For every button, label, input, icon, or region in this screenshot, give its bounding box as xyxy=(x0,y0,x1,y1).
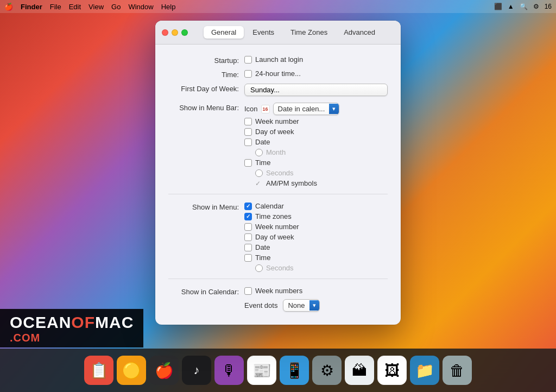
first-day-popup[interactable]: Sunday... xyxy=(244,84,388,96)
dock-icon-photos[interactable]: 🏔 xyxy=(345,356,374,385)
event-dots-arrow[interactable]: ▾ xyxy=(309,300,319,311)
event-dots-value: None xyxy=(283,300,309,311)
calendar-menu-item[interactable]: Calendar xyxy=(244,202,388,210)
calendar-menu-label: Calendar xyxy=(255,202,284,210)
dock: 📋 🟡 🍎 ♪ 🎙 📰 📱 ⚙ 🏔 🖼 📁 🗑 xyxy=(0,349,556,392)
event-dots-row: Event dots None ▾ xyxy=(244,299,388,312)
seconds-menu-radio[interactable] xyxy=(255,264,263,272)
dock-icon-appletv[interactable]: 🍎 xyxy=(149,356,179,385)
event-dots-label: Event dots xyxy=(244,301,277,309)
menubar-file[interactable]: File xyxy=(50,3,61,11)
show-calendar-row: Show in Calendar: Week numbers Event dot… xyxy=(155,283,401,314)
seconds-label: Seconds xyxy=(266,169,294,177)
apple-menu[interactable]: 🍎 xyxy=(4,3,13,11)
date-in-calen-text: Date in calen... xyxy=(274,103,330,115)
watermark-com: .COM xyxy=(10,332,134,344)
calendar-menu-checkbox[interactable] xyxy=(244,203,252,210)
day-of-week-menu-label: Day of week xyxy=(255,233,294,241)
show-menu-content: Calendar Time zones Week number Day of w… xyxy=(244,202,388,272)
menubar-wifi: ▲ xyxy=(508,3,514,10)
month-label: Month xyxy=(266,148,286,156)
event-dots-dropdown[interactable]: None ▾ xyxy=(283,299,319,312)
date-item[interactable]: Date xyxy=(244,138,388,146)
dock-icon-preview[interactable]: 🖼 xyxy=(377,356,407,385)
week-number-menu-item[interactable]: Week number xyxy=(244,223,388,231)
date-menu-label: Date xyxy=(255,243,270,251)
dock-icon-news[interactable]: 📰 xyxy=(247,356,276,385)
menubar-view[interactable]: View xyxy=(89,3,104,11)
dock-icon-podcasts[interactable]: 🎙 xyxy=(214,356,244,385)
dock-icon-reminders[interactable]: 📋 xyxy=(84,356,113,385)
launch-at-login-checkbox[interactable] xyxy=(244,56,252,64)
show-menubar-row: Show in Menu Bar: Icon 16 Date in calen.… xyxy=(155,98,401,189)
menubar-help[interactable]: Help xyxy=(161,3,176,11)
tab-advanced[interactable]: Advanced xyxy=(336,26,383,39)
date-menu-item[interactable]: Date xyxy=(244,243,388,251)
ampm-checkmark: ✓ xyxy=(255,180,263,187)
show-calendar-label: Show in Calendar: xyxy=(168,287,244,296)
date-checkbox[interactable] xyxy=(244,138,252,146)
day-of-week-label: Day of week xyxy=(255,128,294,136)
time-menubar-checkbox[interactable] xyxy=(244,159,252,167)
day-of-week-checkbox[interactable] xyxy=(244,128,252,136)
dock-icon-notes[interactable]: 🟡 xyxy=(117,356,146,385)
seconds-menu-label: Seconds xyxy=(266,264,294,272)
show-menubar-content: Icon 16 Date in calen... ▾ Week number xyxy=(244,103,388,187)
tab-general[interactable]: General xyxy=(204,26,244,39)
seconds-menu-item[interactable]: Seconds xyxy=(244,264,388,272)
date-menu-checkbox[interactable] xyxy=(244,244,252,251)
seconds-item[interactable]: Seconds xyxy=(244,169,388,177)
minimize-button[interactable] xyxy=(172,29,178,36)
tab-bar: General Events Time Zones Advanced xyxy=(204,26,383,39)
seconds-radio[interactable] xyxy=(255,169,263,177)
time-menu-checkbox[interactable] xyxy=(244,254,252,262)
time-zones-item[interactable]: Time zones xyxy=(244,212,388,220)
preferences-content: Startup: Launch at login Time: 24-hour t… xyxy=(155,45,401,325)
time-24hr-item[interactable]: 24-hour time... xyxy=(244,69,388,78)
startup-label: Startup: xyxy=(168,55,244,65)
day-of-week-menu-item[interactable]: Day of week xyxy=(244,233,388,241)
maximize-button[interactable] xyxy=(181,29,188,36)
titlebar: General Events Time Zones Advanced xyxy=(155,21,401,45)
time-24hr-checkbox[interactable] xyxy=(244,70,252,78)
dock-icon-finder2[interactable]: 📁 xyxy=(410,356,439,385)
menubar-finder[interactable]: Finder xyxy=(21,3,42,11)
dock-icon-appstore[interactable]: 📱 xyxy=(280,356,309,385)
startup-content: Launch at login xyxy=(244,55,388,64)
menubar-control-center[interactable]: ⚙ xyxy=(533,3,539,10)
month-item[interactable]: Month xyxy=(244,148,388,156)
menubar-clock: 16 xyxy=(545,3,552,10)
dock-icon-systemprefs[interactable]: ⚙ xyxy=(312,356,342,385)
tab-timezones[interactable]: Time Zones xyxy=(283,26,335,39)
dock-icon-music[interactable]: ♪ xyxy=(182,356,211,385)
traffic-lights xyxy=(162,29,188,36)
time-zones-checkbox[interactable] xyxy=(244,213,252,220)
day-of-week-menu-checkbox[interactable] xyxy=(244,233,252,241)
week-numbers-cal-checkbox[interactable] xyxy=(244,287,252,295)
month-radio[interactable] xyxy=(255,149,263,156)
menubar-edit[interactable]: Edit xyxy=(69,3,81,11)
time-row: Time: 24-hour time... xyxy=(155,67,401,81)
day-of-week-item[interactable]: Day of week xyxy=(244,128,388,136)
menubar-right: ⬛ ▲ 🔍 ⚙ 16 xyxy=(494,3,552,10)
dock-icon-trash[interactable]: 🗑 xyxy=(443,356,472,385)
menubar-search[interactable]: 🔍 xyxy=(520,3,528,10)
date-in-calen-dropdown[interactable]: Date in calen... ▾ xyxy=(273,103,340,115)
week-number-checkbox[interactable] xyxy=(244,118,252,125)
tab-events[interactable]: Events xyxy=(245,26,282,39)
menubar-go[interactable]: Go xyxy=(111,3,121,11)
week-number-menu-checkbox[interactable] xyxy=(244,223,252,231)
time-24hr-label: 24-hour time... xyxy=(255,69,301,78)
time-menu-item[interactable]: Time xyxy=(244,254,388,262)
launch-at-login-item[interactable]: Launch at login xyxy=(244,55,388,64)
time-menubar-item[interactable]: Time xyxy=(244,159,388,167)
week-number-item[interactable]: Week number xyxy=(244,117,388,125)
close-button[interactable] xyxy=(162,29,168,36)
launch-at-login-label: Launch at login xyxy=(255,55,303,64)
first-day-row: First Day of Week: Sunday... xyxy=(155,81,401,98)
ampm-item[interactable]: ✓ AM/PM symbols xyxy=(244,179,388,187)
menubar-window[interactable]: Window xyxy=(128,3,153,11)
watermark-of: OF xyxy=(71,313,95,331)
dropdown-arrow-btn[interactable]: ▾ xyxy=(329,104,339,114)
week-numbers-cal-item[interactable]: Week numbers xyxy=(244,287,388,295)
